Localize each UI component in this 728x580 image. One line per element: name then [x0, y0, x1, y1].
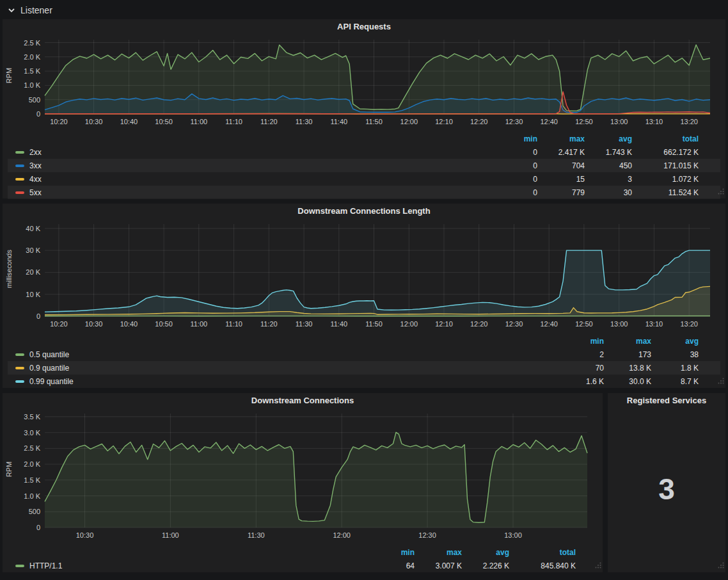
panel-downstream-connections: Downstream Connections RPM 05001.0 K1.5 …	[3, 393, 603, 572]
chart-svg: 010 K20 K30 K40 K10:2010:3010:4010:5011:…	[8, 219, 720, 330]
legend-stat-value: 171.015 K	[632, 161, 699, 170]
legend-series-swatch[interactable]	[15, 191, 24, 194]
legend-stat-value: 15	[537, 175, 585, 184]
resize-handle-icon[interactable]	[718, 186, 724, 197]
svg-text:12:10: 12:10	[435, 320, 453, 328]
legend-stat-value: 38	[651, 350, 699, 359]
legend-header-row: minmaxavg	[8, 334, 720, 348]
legend-series-swatch[interactable]	[15, 353, 24, 356]
svg-text:11:20: 11:20	[260, 320, 278, 328]
svg-text:12:50: 12:50	[575, 118, 593, 125]
panel-title-downstream-connections[interactable]: Downstream Connections	[8, 393, 597, 408]
legend-series-label[interactable]: 4xx	[29, 175, 42, 184]
legend-stat-header[interactable]: total	[509, 548, 576, 557]
chart-downstream-connections-length[interactable]: 010 K20 K30 K40 K10:2010:3010:4010:5011:…	[8, 219, 720, 333]
row-header-listener[interactable]: Listener	[3, 1, 725, 19]
legend-stat-header[interactable]: min	[367, 548, 415, 557]
legend-stat-value: 0	[490, 175, 537, 184]
chevron-down-icon	[8, 8, 15, 13]
legend-stat-value: 1.072 K	[632, 175, 699, 184]
legend-series-label[interactable]: 0.99 quantile	[29, 377, 74, 386]
svg-text:11:20: 11:20	[260, 118, 278, 125]
svg-text:2.5 K: 2.5 K	[24, 444, 40, 452]
legend-stat-value: 1.743 K	[585, 148, 632, 157]
legend-series-swatch[interactable]	[15, 367, 24, 369]
svg-text:2.5 K: 2.5 K	[24, 39, 40, 47]
legend-series-swatch[interactable]	[15, 565, 24, 567]
svg-text:3.5 K: 3.5 K	[24, 413, 40, 421]
legend-series-swatch[interactable]	[15, 165, 24, 167]
panel-title-registered-services[interactable]: Registered Services	[613, 393, 720, 408]
svg-text:11:10: 11:10	[225, 118, 242, 125]
svg-text:10:30: 10:30	[85, 118, 103, 125]
legend-series-label[interactable]: 0.9 quantile	[29, 364, 69, 373]
legend-series-label[interactable]: 5xx	[29, 188, 42, 197]
legend-stat-value: 13.8 K	[604, 364, 651, 373]
legend-series-swatch[interactable]	[15, 380, 24, 383]
legend-stat-header[interactable]: avg	[585, 134, 632, 143]
legend-series-label[interactable]: 3xx	[29, 161, 42, 170]
svg-text:10:40: 10:40	[120, 320, 138, 328]
legend-stat-value: 2	[557, 350, 604, 359]
legend-stat-header[interactable]: avg	[651, 337, 699, 346]
svg-text:11:50: 11:50	[365, 320, 383, 328]
svg-text:13:00: 13:00	[610, 118, 628, 125]
svg-text:13:10: 13:10	[645, 320, 663, 328]
legend-stat-value: 8.7 K	[651, 377, 699, 386]
panel-title-api-requests[interactable]: API Requests	[8, 19, 720, 35]
svg-text:10:20: 10:20	[50, 320, 68, 328]
svg-text:12:00: 12:00	[333, 531, 351, 539]
svg-text:12:00: 12:00	[400, 320, 418, 328]
legend-stat-value: 0	[490, 188, 537, 197]
chart-api-requests[interactable]: 05001.0 K1.5 K2.0 K2.5 K10:2010:3010:401…	[8, 35, 720, 131]
legend-stat-value: 11.524 K	[632, 188, 699, 197]
svg-text:12:40: 12:40	[540, 320, 558, 328]
legend-stat-header[interactable]: max	[415, 548, 462, 557]
legend-stat-header[interactable]: avg	[462, 548, 509, 557]
chart-svg: 05001.0 K1.5 K2.0 K2.5 K10:2010:3010:401…	[8, 35, 720, 128]
svg-text:10:40: 10:40	[120, 118, 138, 125]
legend-stat-header[interactable]: total	[632, 134, 699, 143]
svg-text:500: 500	[29, 508, 40, 515]
legend-stat-header[interactable]: min	[557, 337, 604, 346]
panel-registered-services: Registered Services 3	[608, 393, 725, 572]
svg-text:12:20: 12:20	[470, 118, 488, 125]
svg-text:12:20: 12:20	[470, 320, 488, 328]
svg-text:12:30: 12:30	[418, 531, 436, 539]
legend-stat-value: 0	[490, 161, 537, 170]
svg-text:13:20: 13:20	[680, 118, 698, 125]
legend-stat-header[interactable]: max	[604, 337, 651, 346]
legend-series-label[interactable]: 0.5 quantile	[29, 350, 69, 359]
legend-api-requests: minmaxavgtotal2xx02.417 K1.743 K662.172 …	[8, 132, 720, 199]
legend-stat-header[interactable]: max	[537, 134, 585, 143]
svg-text:11:00: 11:00	[190, 320, 207, 328]
legend-header-row: minmaxavgtotal	[8, 132, 720, 145]
legend-series-label[interactable]: 2xx	[29, 148, 42, 157]
svg-text:11:10: 11:10	[225, 320, 242, 328]
svg-text:10:30: 10:30	[76, 531, 94, 539]
svg-text:12:50: 12:50	[575, 320, 593, 328]
legend-series-swatch[interactable]	[15, 178, 24, 181]
legend-stat-header[interactable]: min	[490, 134, 537, 143]
panel-title-downstream-connections-length[interactable]: Downstream Connections Length	[8, 204, 720, 219]
svg-text:11:30: 11:30	[248, 531, 265, 539]
legend-stat-value: 662.172 K	[632, 148, 699, 157]
legend-stat-value: 30.0 K	[604, 377, 651, 386]
svg-text:13:10: 13:10	[645, 118, 663, 125]
svg-text:10 K: 10 K	[26, 291, 40, 298]
legend-stat-value: 173	[604, 350, 651, 359]
resize-handle-icon[interactable]	[718, 375, 724, 387]
legend-stat-value: 1.8 K	[651, 364, 699, 373]
svg-text:20 K: 20 K	[26, 268, 40, 276]
svg-text:1.5 K: 1.5 K	[24, 476, 40, 484]
legend-header-row: minmaxavgtotal	[8, 545, 597, 559]
chart-downstream-connections[interactable]: 05001.0 K1.5 K2.0 K2.5 K3.0 K3.5 K10:301…	[8, 408, 597, 544]
legend-stat-value: 64	[367, 561, 415, 570]
svg-text:1.0 K: 1.0 K	[24, 492, 40, 500]
legend-series-swatch[interactable]	[15, 151, 24, 154]
svg-text:12:30: 12:30	[505, 320, 523, 328]
resize-handle-icon[interactable]	[718, 560, 724, 571]
legend-series-label[interactable]: HTTP/1.1	[29, 561, 62, 570]
dashboard: Listener API Requests RPM 05001.0 K1.5 K…	[0, 0, 728, 574]
resize-handle-icon[interactable]	[595, 560, 601, 571]
